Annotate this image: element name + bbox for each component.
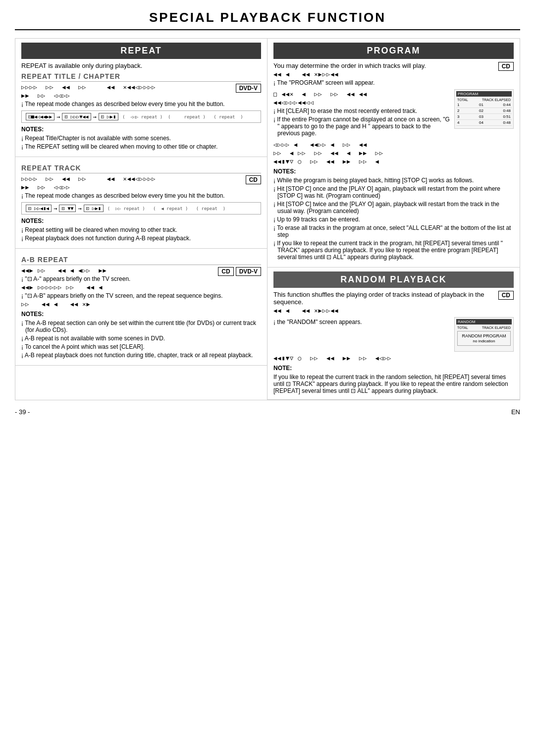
footer-language: EN [511, 408, 520, 416]
program-nav-symbols-3: ◀◀▮▼▽ ○ ▷▷ ◀◀ ▶▶ ▷▷ ◀ [273, 158, 514, 165]
random-intro: This function shuffles the playing order… [273, 291, 514, 306]
program-note-2: Hit [STOP C] once and the [PLAY O] again… [277, 185, 514, 199]
ab-symbols-3: ▷▷ ◀◀ ◀ ◀◀ ✕▶ [21, 301, 261, 308]
repeat-mode-note: The repeat mode changes as described bel… [25, 101, 261, 108]
ab-note-item-3: To cancel the A point which was set [CLE… [25, 343, 261, 350]
random-symbols-1: ◀◀ ◀ ◀◀ ✕▶▷▷◀◀ [273, 307, 514, 314]
random-nav-symbols: ◀◀▮▼▽ ○ ▷▷ ◀◀ ▶▶ ▷▷ ◀◁▷▷ [273, 355, 514, 362]
cd-badge-random: CD [498, 291, 514, 300]
repeat-title-diagram: ⊡■◀◁◀◀▶▶ → ⊡ ▷▷▷▼◀◀ → ⊡ ▷▶▮ ( ◁◁▷ repeat… [21, 110, 261, 123]
screen-header: PROGRAM [456, 91, 512, 97]
repeat-note-1: Repeat Title/Chapter is not available wi… [25, 135, 261, 142]
repeat-track-section: REPEAT TRACK CD ▷▷▷▷ ▷▷ ◀◀ ▷▷ ◀◀ ✕◀◀◁▷▷▷… [15, 157, 267, 249]
program-note-4: Up to 99 tracks can be entered. [277, 216, 514, 223]
random-note-text: If you like to repeat the current track … [273, 374, 514, 394]
program-note-6: If you like to repeat the current track … [277, 240, 514, 261]
program-note-1: While the program is being played back, … [277, 177, 514, 184]
program-symbols-1: ◀◀ ◀ ◀◀ ✕▶▷▷◀◀ [273, 71, 514, 78]
random-screen-header: RANDOM [456, 319, 512, 324]
random-section: RANDOM PLAYBACK CD This function shuffle… [268, 268, 520, 400]
program-nav-symbols-2: ▷▷ ◀ ▷▷ ▷▷ ◀◀ ◀ ▶▶ ▷▷ [273, 150, 514, 157]
ab-notes-title: NOTES: [21, 311, 261, 318]
repeat-symbols-2: ▶▶ ▷▷ ◁◁▷▷ [21, 92, 261, 99]
repeat-note-2: The REPEAT setting will be cleared when … [25, 143, 261, 150]
track-mode-note: The repeat mode changes as described bel… [25, 192, 261, 199]
program-header: PROGRAM [273, 43, 514, 59]
track-symbols-2: ▶▶ ▷▷ ◁◁▷▷ [21, 184, 261, 191]
program-note-3: Hit [STOP C] twice and the [PLAY O] agai… [277, 201, 514, 215]
ab-note-2: "⊡ A-B" appears briefly on the TV screen… [25, 292, 261, 299]
cd-badge-program: CD [498, 62, 514, 71]
dvdv-badge: DVD-V [236, 84, 261, 93]
ab-repeat-section: A-B REPEAT DVD-V CD ◀◀▶ ▷▷ ◀◀ ◀ ◀▷▷ ▶▶ "… [15, 249, 267, 366]
repeat-section: REPEAT REPEAT is available only during p… [15, 39, 267, 157]
track-notes: Repeat setting will be cleared when movi… [21, 226, 261, 242]
repeat-title-chapter-subtitle: REPEAT TITLE / CHAPTER [21, 72, 261, 82]
ab-repeat-subtitle: A-B REPEAT [21, 256, 261, 265]
random-note-title: NOTE: [273, 365, 514, 372]
ab-note-item-2: A-B repeat is not available with some sc… [25, 335, 261, 342]
footer-page-number: - 39 - [15, 408, 30, 416]
left-column: REPEAT REPEAT is available only during p… [15, 39, 268, 400]
ab-note-item-4: A-B repeat playback does not function du… [25, 352, 261, 359]
repeat-available-note: REPEAT is available only during playback… [21, 62, 261, 69]
program-screen-note: The "PROGRAM" screen will appear. [277, 79, 514, 86]
dvdv-badge-ab: DVD-V [236, 267, 261, 276]
random-screen-content: RANDOM PROGRAMno indication [457, 331, 511, 346]
track-note-1: Repeat setting will be cleared when movi… [25, 226, 261, 233]
random-header: RANDOM PLAYBACK [273, 271, 514, 288]
repeat-header: REPEAT [21, 43, 261, 59]
random-screen-mockup: RANDOM TOTALTRACK ELAPSED RANDOM PROGRAM… [454, 317, 514, 352]
cd-badge-track: CD [246, 175, 261, 184]
ab-notes: The A-B repeat section can only be set w… [21, 320, 261, 359]
cd-badge-ab: CD [218, 267, 233, 276]
repeat-notes-title: NOTES: [21, 126, 261, 133]
repeat-track-subtitle: REPEAT TRACK [21, 164, 261, 173]
program-screen-mockup: PROGRAM TOTALTRACK ELAPSED 1010:44 2020:… [454, 89, 514, 129]
main-grid: REPEAT REPEAT is available only during p… [15, 38, 520, 400]
right-column: PROGRAM CD You may determine the order i… [268, 39, 520, 400]
program-intro: You may determine the order in which tra… [273, 62, 514, 69]
ab-note-1: "⊡ A-" appears briefly on the TV screen. [25, 275, 261, 282]
repeat-symbols-1: ▷▷▷▷ ▷▷ ◀◀ ▷▷ ◀◀ ✕◀◀◁▷▷▷▷ [21, 84, 261, 91]
program-notes: While the program is being played back, … [273, 177, 514, 261]
ab-note-item-1: The A-B repeat section can only be set w… [25, 320, 261, 333]
track-note-2: Repeat playback does not function during… [25, 235, 261, 242]
program-notes-title: NOTES: [273, 168, 514, 175]
program-nav-symbols-1: ◁▷▷▷ ◀ ◀◀▷▷ ◀ ▷▷ ◀◀ [273, 141, 514, 148]
repeat-notes: Repeat Title/Chapter is not available wi… [21, 135, 261, 150]
track-symbols-1: ▷▷▷▷ ▷▷ ◀◀ ▷▷ ◀◀ ✕◀◀◁▷▷▷▷ [21, 175, 261, 182]
repeat-track-diagram: ⊡ ▷▷◀▮◀ → ⊡ ▼▼ → ⊡ ▷▶▮ ( ▷▷ repeat ) ( ◀… [21, 202, 261, 215]
track-notes-title: NOTES: [21, 217, 261, 224]
program-note-5: To erase all tracks in the program at on… [277, 224, 514, 238]
ab-symbols-2: ◀◀▶ ▷▷▷▷▷▷ ▷▷ ◀◀ ◀ [21, 284, 261, 291]
page-title: SPECIAL PLAYBACK FUNCTION [15, 10, 520, 30]
program-section: PROGRAM CD You may determine the order i… [268, 39, 520, 268]
page-footer: - 39 - EN [15, 408, 520, 416]
